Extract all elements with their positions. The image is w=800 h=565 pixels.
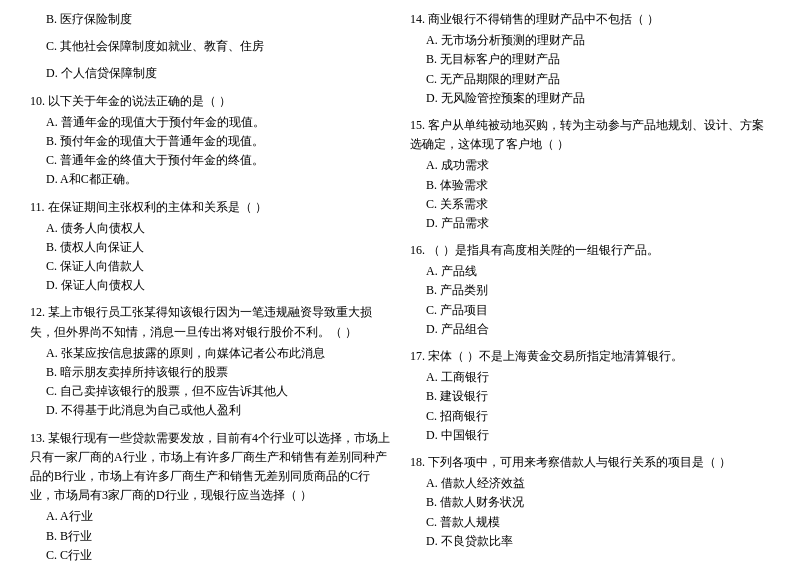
question-17: 17. 宋体（ ）不是上海黄金交易所指定地清算银行。 A. 工商银行 B. 建设… [410,347,770,445]
option-c-shehui: C. 其他社会保障制度如就业、教育、住房 [30,37,390,56]
q13-option-c: C. C行业 [30,546,390,565]
question-14: 14. 商业银行不得销售的理财产品中不包括（ ） A. 无市场分析预测的理财产品… [410,10,770,108]
question-15: 15. 客户从单纯被动地买购，转为主动参与产品地规划、设计、方案选确定，这体现了… [410,116,770,233]
option-text: C. 其他社会保障制度如就业、教育、住房 [30,37,390,56]
question-13-text: 13. 某银行现有一些贷款需要发放，目前有4个行业可以选择，市场上只有一家厂商的… [30,429,390,506]
q17-option-d: D. 中国银行 [410,426,770,445]
option-d-geren: D. 个人信贷保障制度 [30,64,390,83]
q10-option-c: C. 普通年金的终值大于预付年金的终值。 [30,151,390,170]
q12-option-c: C. 自己卖掉该银行的股票，但不应告诉其他人 [30,382,390,401]
q14-option-c: C. 无产品期限的理财产品 [410,70,770,89]
q17-option-b: B. 建设银行 [410,387,770,406]
question-10-text: 10. 以下关于年金的说法正确的是（ ） [30,92,390,111]
q10-option-d: D. A和C都正确。 [30,170,390,189]
question-16: 16. （ ）是指具有高度相关陛的一组银行产品。 A. 产品线 B. 产品类别 … [410,241,770,339]
right-column: 14. 商业银行不得销售的理财产品中不包括（ ） A. 无市场分析预测的理财产品… [410,10,770,565]
question-12: 12. 某上市银行员工张某得知该银行因为一笔违规融资导致重大损失，但外界尚不知情… [30,303,390,420]
q10-option-b: B. 预付年金的现值大于普通年金的现值。 [30,132,390,151]
q15-option-b: B. 体验需求 [410,176,770,195]
question-14-text: 14. 商业银行不得销售的理财产品中不包括（ ） [410,10,770,29]
q16-option-a: A. 产品线 [410,262,770,281]
q14-option-b: B. 无目标客户的理财产品 [410,50,770,69]
q18-option-a: A. 借款人经济效益 [410,474,770,493]
q14-option-d: D. 无风险管控预案的理财产品 [410,89,770,108]
q12-option-a: A. 张某应按信息披露的原则，向媒体记者公布此消息 [30,344,390,363]
page-content: B. 医疗保险制度 C. 其他社会保障制度如就业、教育、住房 D. 个人信贷保障… [30,10,770,565]
q15-option-d: D. 产品需求 [410,214,770,233]
q15-option-a: A. 成功需求 [410,156,770,175]
q12-option-b: B. 暗示朋友卖掉所持该银行的股票 [30,363,390,382]
q16-option-b: B. 产品类别 [410,281,770,300]
q14-option-a: A. 无市场分析预测的理财产品 [410,31,770,50]
q17-option-a: A. 工商银行 [410,368,770,387]
q13-option-b: B. B行业 [30,527,390,546]
question-11: 11. 在保证期间主张权利的主体和关系是（ ） A. 债务人向债权人 B. 债权… [30,198,390,296]
q17-option-c: C. 招商银行 [410,407,770,426]
question-10: 10. 以下关于年金的说法正确的是（ ） A. 普通年金的现值大于预付年金的现值… [30,92,390,190]
q16-option-c: C. 产品项目 [410,301,770,320]
q18-option-c: C. 普款人规模 [410,513,770,532]
option-text: D. 个人信贷保障制度 [30,64,390,83]
question-11-text: 11. 在保证期间主张权利的主体和关系是（ ） [30,198,390,217]
q12-option-d: D. 不得基于此消息为自己或他人盈利 [30,401,390,420]
q15-option-c: C. 关系需求 [410,195,770,214]
q10-option-a: A. 普通年金的现值大于预付年金的现值。 [30,113,390,132]
question-18: 18. 下列各项中，可用来考察借款人与银行关系的项目是（ ） A. 借款人经济效… [410,453,770,551]
question-18-text: 18. 下列各项中，可用来考察借款人与银行关系的项目是（ ） [410,453,770,472]
q11-option-d: D. 保证人向债权人 [30,276,390,295]
q13-option-a: A. A行业 [30,507,390,526]
q11-option-b: B. 债权人向保证人 [30,238,390,257]
q11-option-c: C. 保证人向借款人 [30,257,390,276]
option-b-yiliao: B. 医疗保险制度 [30,10,390,29]
left-column: B. 医疗保险制度 C. 其他社会保障制度如就业、教育、住房 D. 个人信贷保障… [30,10,390,565]
question-13: 13. 某银行现有一些贷款需要发放，目前有4个行业可以选择，市场上只有一家厂商的… [30,429,390,565]
question-12-text: 12. 某上市银行员工张某得知该银行因为一笔违规融资导致重大损失，但外界尚不知情… [30,303,390,341]
question-17-text: 17. 宋体（ ）不是上海黄金交易所指定地清算银行。 [410,347,770,366]
question-16-text: 16. （ ）是指具有高度相关陛的一组银行产品。 [410,241,770,260]
option-text: B. 医疗保险制度 [30,10,390,29]
q18-option-b: B. 借款人财务状况 [410,493,770,512]
q16-option-d: D. 产品组合 [410,320,770,339]
q18-option-d: D. 不良贷款比率 [410,532,770,551]
q11-option-a: A. 债务人向债权人 [30,219,390,238]
question-15-text: 15. 客户从单纯被动地买购，转为主动参与产品地规划、设计、方案选确定，这体现了… [410,116,770,154]
